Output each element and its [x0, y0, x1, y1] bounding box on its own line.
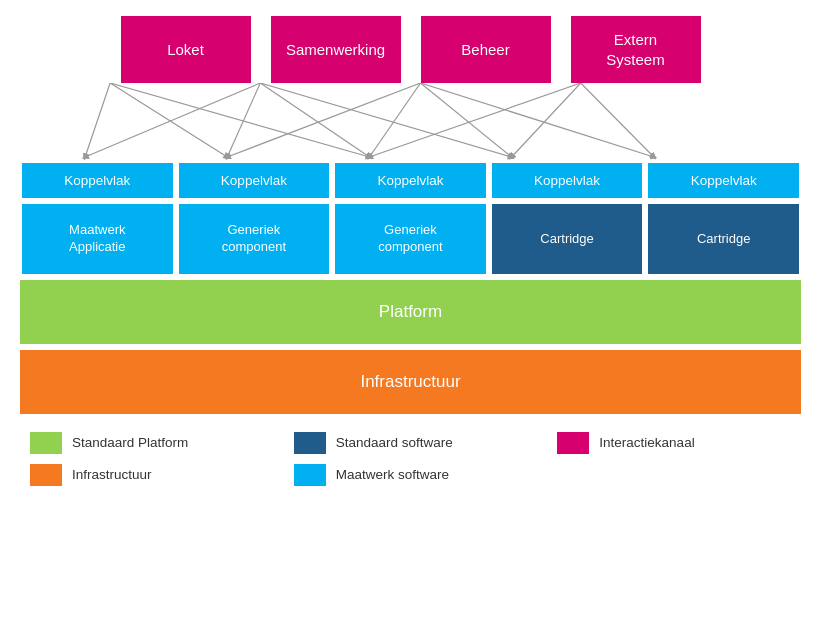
arrows-area [20, 83, 801, 163]
interactiekanaal-swatch [557, 432, 589, 454]
beheer-box: Beheer [421, 16, 551, 83]
svg-line-5 [260, 83, 369, 157]
infrastructuur-swatch [30, 464, 62, 486]
legend: Standaard Platform Standaard software In… [20, 432, 801, 486]
standaard-software-label: Standaard software [336, 435, 453, 450]
infrastructuur-label: Infrastructuur [72, 467, 152, 482]
svg-line-3 [85, 83, 260, 157]
svg-line-12 [512, 83, 581, 157]
svg-line-10 [421, 83, 654, 157]
extern-systeem-box: ExternSysteem [571, 16, 701, 83]
cartridge-2-box: Cartridge [648, 204, 799, 274]
samenwerking-box: Samenwerking [271, 16, 401, 83]
interactiekanaal-label: Interactiekanaal [599, 435, 694, 450]
legend-infrastructuur: Infrastructuur [30, 464, 264, 486]
loket-box: Loket [121, 16, 251, 83]
svg-line-0 [85, 83, 110, 157]
koppelvlak-5: Koppelvlak [648, 163, 799, 198]
standaard-platform-swatch [30, 432, 62, 454]
svg-line-8 [369, 83, 420, 157]
standaard-software-swatch [294, 432, 326, 454]
svg-line-2 [110, 83, 369, 157]
cartridge-1-box: Cartridge [492, 204, 643, 274]
svg-line-7 [227, 83, 420, 157]
koppelvlak-3: Koppelvlak [335, 163, 486, 198]
infrastructure-bar: Infrastructuur [20, 350, 801, 414]
components-row: MaatwerkApplicatie Generiekcomponent Gen… [20, 204, 801, 274]
legend-standaard-software: Standaard software [294, 432, 528, 454]
standaard-platform-label: Standaard Platform [72, 435, 188, 450]
legend-interactiekanaal: Interactiekanaal [557, 432, 791, 454]
svg-line-1 [110, 83, 227, 157]
maatwerk-applicatie-box: MaatwerkApplicatie [22, 204, 173, 274]
legend-standaard-platform: Standaard Platform [30, 432, 264, 454]
generiek-component-2-box: Generiekcomponent [335, 204, 486, 274]
generiek-component-1-box: Generiekcomponent [179, 204, 330, 274]
koppelvlak-4: Koppelvlak [492, 163, 643, 198]
top-row: Loket Samenwerking Beheer ExternSysteem [20, 16, 801, 83]
koppelvlak-1: Koppelvlak [22, 163, 173, 198]
svg-line-9 [421, 83, 512, 157]
koppelvlak-2: Koppelvlak [179, 163, 330, 198]
maatwerk-software-swatch [294, 464, 326, 486]
arrows-svg [20, 83, 801, 163]
maatwerk-software-label: Maatwerk software [336, 467, 449, 482]
legend-maatwerk-software: Maatwerk software [294, 464, 528, 486]
platform-bar: Platform [20, 280, 801, 344]
koppelvlak-row: Koppelvlak Koppelvlak Koppelvlak Koppelv… [20, 163, 801, 198]
architecture-diagram: Loket Samenwerking Beheer ExternSysteem [20, 16, 801, 486]
